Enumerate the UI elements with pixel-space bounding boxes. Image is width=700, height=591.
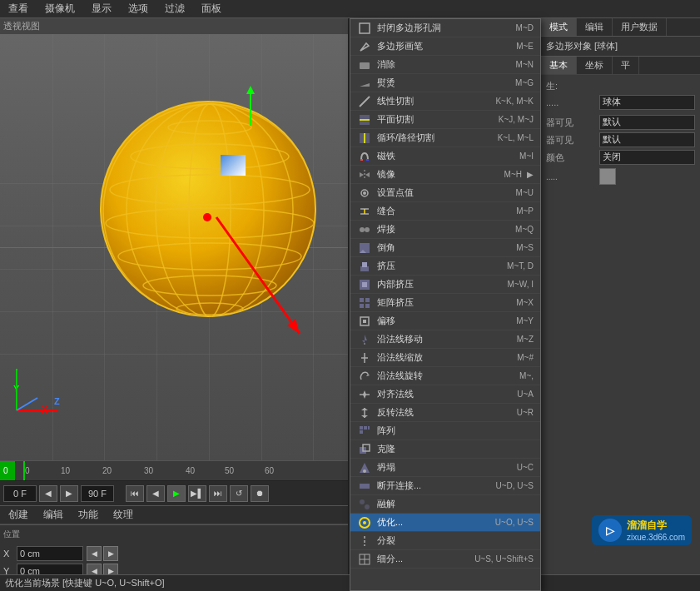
current-frame-field[interactable]: 0 F bbox=[3, 485, 37, 502]
ctx-collapse[interactable]: 坍塌 U~C bbox=[350, 459, 540, 477]
optimize-icon bbox=[357, 515, 372, 530]
record-btn[interactable]: ⏺ bbox=[251, 485, 269, 502]
frame-step-back-btn[interactable]: ◀ bbox=[39, 485, 57, 502]
ctx-normal-scale[interactable]: 沿法线缩放 M~# bbox=[350, 349, 540, 367]
ctx-stitch[interactable]: 缝合 M~P bbox=[350, 202, 540, 221]
menu-edit[interactable]: 编辑 bbox=[38, 506, 68, 524]
svg-marker-48 bbox=[362, 335, 367, 343]
coord-x-dec[interactable]: ◀ bbox=[87, 546, 102, 561]
ctx-split[interactable]: 分裂 bbox=[350, 532, 540, 550]
ctx-extrude[interactable]: 挤压 M~T, D bbox=[350, 257, 540, 276]
end-frame-field[interactable]: 90 F bbox=[81, 485, 114, 502]
menu-camera[interactable]: 摄像机 bbox=[40, 0, 80, 17]
svg-rect-17 bbox=[360, 62, 370, 69]
step-back-btn[interactable]: ◀ bbox=[146, 485, 165, 502]
ctx-erase[interactable]: 消除 M~N bbox=[350, 56, 540, 74]
menu-create[interactable]: 创建 bbox=[3, 506, 33, 524]
prop-field-name[interactable]: 球体 bbox=[599, 95, 695, 110]
ctx-align-normal[interactable]: 对齐法线 U~A bbox=[350, 385, 540, 404]
menu-function[interactable]: 功能 bbox=[73, 506, 103, 524]
menu-display[interactable]: 显示 bbox=[87, 0, 117, 17]
ctx-loop-cut[interactable]: 循环/路径切割 K~L, M~L bbox=[350, 129, 540, 147]
tab-userdata[interactable]: 用户数据 bbox=[613, 18, 667, 36]
timeline[interactable]: 0 0 10 20 30 40 50 60 bbox=[0, 460, 348, 481]
ctx-polygon-pen[interactable]: 多边形画笔 M~E bbox=[350, 37, 540, 56]
subtab-coords[interactable]: 坐标 bbox=[577, 57, 613, 74]
svg-rect-62 bbox=[360, 430, 363, 434]
menu-view[interactable]: 查看 bbox=[3, 0, 33, 17]
ctx-inner-extrude[interactable]: 内部挤压 M~W, I bbox=[350, 276, 540, 294]
watermark-text: 溜溜自学 zixue.3d66.com bbox=[627, 519, 685, 542]
viewport-label: 透视视图 bbox=[0, 18, 348, 34]
go-end-btn[interactable]: ⏭ bbox=[209, 485, 227, 502]
tab-mode[interactable]: 模式 bbox=[541, 18, 577, 36]
svg-point-70 bbox=[360, 499, 365, 504]
menu-options[interactable]: 选项 bbox=[123, 0, 153, 17]
ctx-plane-cut[interactable]: 平面切割 K~J, M~J bbox=[350, 111, 540, 129]
bevel-icon bbox=[357, 241, 372, 256]
mirror-icon bbox=[357, 167, 372, 182]
ctx-magnet[interactable]: 磁铁 M~I bbox=[350, 147, 540, 166]
ctx-clone[interactable]: 克隆 bbox=[350, 440, 540, 459]
color-swatch[interactable] bbox=[599, 168, 616, 185]
ctx-weld[interactable]: 焊接 M~Q bbox=[350, 221, 540, 239]
svg-rect-67 bbox=[360, 484, 365, 489]
tick-40: 40 bbox=[186, 466, 195, 475]
split-icon bbox=[357, 534, 372, 549]
coord-x-inc[interactable]: ▶ bbox=[103, 546, 118, 561]
tick-10: 10 bbox=[61, 466, 70, 475]
ctx-close-polygon[interactable]: 封闭多边形孔洞 M~D bbox=[350, 19, 540, 37]
prop-field-visibility1[interactable]: 默认 bbox=[599, 115, 695, 130]
prop-key-4: 器可见 bbox=[546, 134, 596, 147]
svg-rect-45 bbox=[365, 304, 370, 308]
ctx-bevel[interactable]: 倒角 M~S bbox=[350, 239, 540, 257]
svg-marker-52 bbox=[366, 374, 370, 376]
timeline-start-label: 0 bbox=[0, 461, 15, 480]
menu-panel[interactable]: 面板 bbox=[196, 0, 226, 17]
tab-edit[interactable]: 编辑 bbox=[577, 18, 613, 36]
svg-point-66 bbox=[363, 469, 366, 473]
ctx-mirror[interactable]: 镜像 M~H ▶ bbox=[350, 166, 540, 184]
subtab-basic[interactable]: 基本 bbox=[541, 57, 577, 74]
subtab-other[interactable]: 平 bbox=[613, 57, 639, 74]
ctx-linear-cut[interactable]: 线性切割 K~K, M~K bbox=[350, 92, 540, 111]
prop-field-color[interactable]: 关闭 bbox=[599, 150, 695, 165]
menu-texture[interactable]: 纹理 bbox=[108, 506, 138, 524]
timeline-track[interactable]: 0 10 20 30 40 50 60 bbox=[15, 461, 348, 480]
ctx-iron[interactable]: 熨烫 M~G bbox=[350, 74, 540, 92]
frame-step-fwd-btn[interactable]: ▶ bbox=[60, 485, 78, 502]
ctx-subdivide[interactable]: 细分... U~S, U~Shift+S bbox=[350, 550, 540, 569]
ctx-set-point[interactable]: 设置点值 M~U bbox=[350, 184, 540, 202]
pen-icon bbox=[357, 39, 372, 54]
ctx-normal-rotate[interactable]: 沿法线旋转 M~, bbox=[350, 367, 540, 385]
ctx-array[interactable]: 阵列 bbox=[350, 422, 540, 440]
bottom-toolbar: 创建 编辑 功能 纹理 bbox=[0, 506, 348, 524]
svg-point-34 bbox=[360, 227, 365, 232]
props-title: 多边形对象 [球体] bbox=[546, 40, 618, 52]
ctx-optimize[interactable]: 优化... U~O, U~S bbox=[350, 514, 540, 532]
prop-field-visibility2[interactable]: 默认 bbox=[599, 132, 695, 147]
svg-marker-57 bbox=[361, 408, 368, 410]
ctx-flip-normal[interactable]: 反转法线 U~R bbox=[350, 404, 540, 422]
svg-point-8 bbox=[156, 104, 264, 317]
step-fwd-btn[interactable]: ▶▌ bbox=[188, 485, 206, 502]
ctx-matrix-extrude[interactable]: 矩阵挤压 M~X bbox=[350, 294, 540, 312]
status-text: 优化当前场景 [快捷键 U~O, U~Shift+O] bbox=[5, 577, 165, 589]
watermark: ▷ 溜溜自学 zixue.3d66.com bbox=[592, 515, 692, 545]
menu-filter[interactable]: 过滤 bbox=[160, 0, 190, 17]
props-content: 生: ..... 球体 器可见 默认 器可见 默认 颜色 关闭 bbox=[541, 75, 700, 192]
coord-x-field[interactable]: 0 cm bbox=[17, 546, 83, 561]
prop-key-0: 生: bbox=[546, 80, 596, 92]
go-start-btn[interactable]: ⏮ bbox=[126, 485, 144, 502]
ctx-normal-move[interactable]: 沿法线移动 M~Z bbox=[350, 330, 540, 349]
ctx-dissolve[interactable]: 融解 bbox=[350, 495, 540, 514]
ctx-offset[interactable]: 偏移 M~Y bbox=[350, 312, 540, 330]
cut-icon bbox=[357, 94, 372, 109]
viewport-canvas[interactable]: Y X Z bbox=[0, 34, 348, 460]
ctx-disconnect[interactable]: 断开连接... U~D, U~S bbox=[350, 477, 540, 495]
inner-extrude-icon bbox=[357, 277, 372, 292]
play-btn[interactable]: ▶ bbox=[167, 485, 186, 502]
svg-rect-39 bbox=[362, 262, 367, 267]
loop-btn[interactable]: ↺ bbox=[230, 485, 248, 502]
svg-line-19 bbox=[360, 97, 370, 107]
